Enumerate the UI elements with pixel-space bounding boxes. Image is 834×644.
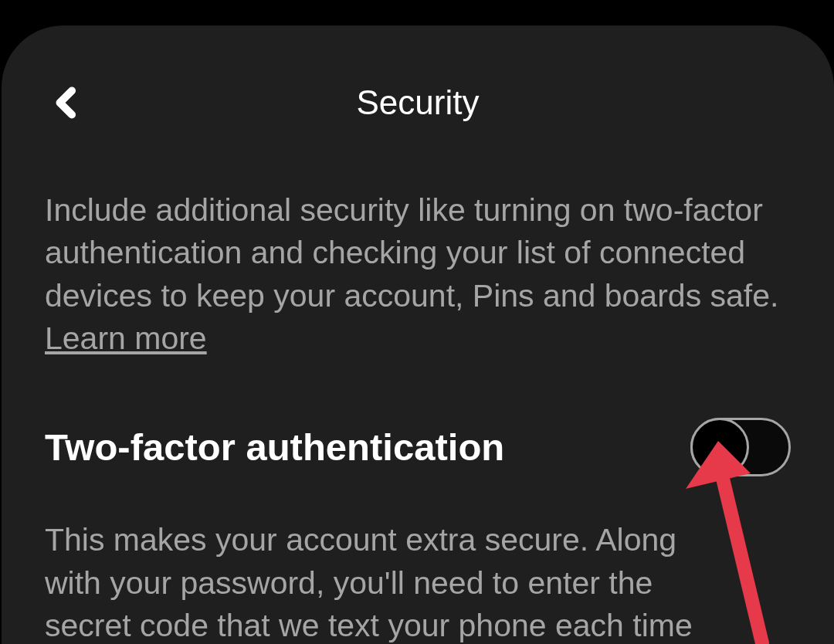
twofa-header-row: Two-factor authentication bbox=[45, 418, 791, 476]
twofa-desc-body: This makes your account extra secure. Al… bbox=[45, 522, 693, 644]
content-area: Include additional security like turning… bbox=[2, 134, 834, 644]
twofa-toggle[interactable] bbox=[690, 418, 791, 476]
security-panel: Security Include additional security lik… bbox=[2, 25, 834, 644]
twofa-description: This makes your account extra secure. Al… bbox=[45, 519, 724, 644]
twofa-section: Two-factor authentication This makes you… bbox=[45, 418, 791, 644]
intro-learn-more-link[interactable]: Learn more bbox=[45, 320, 207, 356]
chevron-left-icon bbox=[53, 86, 80, 119]
intro-body: Include additional security like turning… bbox=[45, 192, 778, 314]
twofa-title: Two-factor authentication bbox=[45, 425, 504, 469]
intro-text: Include additional security like turning… bbox=[45, 189, 791, 360]
header-bar: Security bbox=[2, 72, 834, 134]
page-title: Security bbox=[357, 83, 480, 122]
toggle-knob bbox=[690, 418, 749, 476]
back-button[interactable] bbox=[51, 87, 82, 118]
